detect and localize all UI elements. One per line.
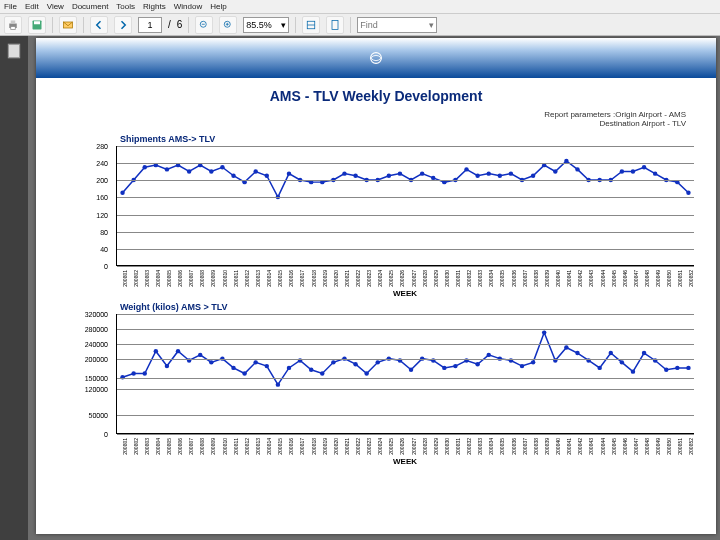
xtick: 200814 [266,438,272,455]
xtick: 200830 [444,270,450,287]
xtick: 200811 [233,270,239,287]
svg-point-97 [442,366,446,370]
xtick: 200828 [422,270,428,287]
svg-rect-2 [11,26,16,29]
chart2-title: Weight (kilos) AMS > TLV [120,302,716,312]
menu-help[interactable]: Help [210,2,226,11]
xtick: 200835 [499,270,505,287]
print-button[interactable] [4,16,22,34]
svg-point-80 [253,360,257,364]
menu-tools[interactable]: Tools [116,2,135,11]
xtick: 200846 [622,438,628,455]
xtick: 200850 [666,438,672,455]
xtick: 200817 [299,270,305,287]
xtick: 200801 [122,438,128,455]
ytick: 0 [104,263,108,270]
xtick: 200850 [666,270,672,287]
svg-point-98 [453,364,457,368]
zoom-in-button[interactable] [219,16,237,34]
svg-rect-14 [8,44,19,58]
xtick: 200810 [222,438,228,455]
svg-point-15 [371,53,382,64]
document-area[interactable]: AMS - TLV Weekly Development Report para… [28,36,720,540]
svg-point-117 [664,368,668,372]
save-button[interactable] [28,16,46,34]
svg-point-76 [209,360,213,364]
svg-rect-13 [332,20,338,29]
svg-point-20 [165,167,169,171]
svg-point-86 [320,371,324,375]
svg-point-118 [675,366,679,370]
xtick: 200819 [322,270,328,287]
svg-point-108 [564,345,568,349]
svg-point-48 [475,174,479,178]
fit-page-button[interactable] [326,16,344,34]
menu-document[interactable]: Document [72,2,108,11]
xtick: 200808 [199,438,205,455]
ytick: 0 [104,431,108,438]
find-input[interactable]: Find▾ [357,17,437,33]
next-page-button[interactable] [114,16,132,34]
menu-view[interactable]: View [47,2,64,11]
svg-point-51 [509,171,513,175]
xtick: 200832 [466,438,472,455]
xtick: 200826 [399,438,405,455]
page-number-input[interactable] [138,17,162,33]
menu-rights[interactable]: Rights [143,2,166,11]
xtick: 200827 [411,270,417,287]
svg-point-67 [686,191,690,195]
gridline [117,344,694,345]
xtick: 200846 [622,270,628,287]
xtick: 200831 [455,438,461,455]
svg-point-87 [331,360,335,364]
xtick: 200810 [222,270,228,287]
xtick: 200827 [411,438,417,455]
xtick: 200852 [688,270,694,287]
page-sep: / [168,19,171,30]
svg-point-82 [276,382,280,386]
svg-point-89 [353,362,357,366]
mail-button[interactable] [59,16,77,34]
zoom-level-select[interactable]: 85.5%▾ [243,17,289,33]
svg-point-64 [653,171,657,175]
svg-point-28 [253,169,257,173]
menu-edit[interactable]: Edit [25,2,39,11]
menu-file[interactable]: File [4,2,17,11]
pages-panel-button[interactable] [5,42,23,60]
svg-point-113 [620,360,624,364]
fit-width-button[interactable] [302,16,320,34]
xtick: 200803 [144,270,150,287]
xtick: 200848 [644,270,650,287]
xtick: 200849 [655,270,661,287]
svg-point-91 [376,360,380,364]
zoom-out-button[interactable] [195,16,213,34]
ytick: 40 [100,245,108,252]
xtick: 200828 [422,438,428,455]
svg-point-25 [220,165,224,169]
xtick: 200831 [455,270,461,287]
xtick: 200840 [555,270,561,287]
xtick: 200812 [244,270,250,287]
gridline [117,163,694,164]
xtick: 200843 [588,270,594,287]
svg-point-101 [486,353,490,357]
xtick: 200844 [600,270,606,287]
svg-point-100 [475,362,479,366]
xtick: 200806 [177,438,183,455]
ytick: 160 [96,194,108,201]
svg-point-41 [398,171,402,175]
prev-page-button[interactable] [90,16,108,34]
xtick: 200805 [166,438,172,455]
xtick: 200825 [388,438,394,455]
xtick: 200848 [644,438,650,455]
chart2: 0500001200001500002000002400002800003200… [64,314,694,464]
toolbar-sep-4 [295,17,296,33]
gridline [117,389,694,390]
svg-point-112 [609,351,613,355]
svg-point-63 [642,165,646,169]
menu-window[interactable]: Window [174,2,202,11]
svg-point-49 [486,171,490,175]
svg-point-22 [187,169,191,173]
xtick: 200817 [299,438,305,455]
ytick: 120000 [85,386,108,393]
